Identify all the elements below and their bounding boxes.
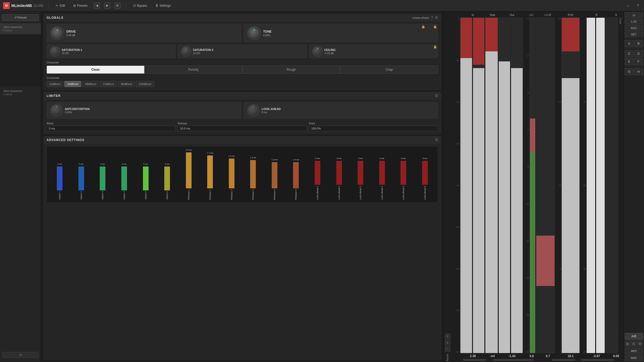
scrollbar-out[interactable] [490,359,548,361]
bar-item: 1.3 msRelease 5 [264,162,285,200]
look-ahead-knob[interactable] [247,104,260,117]
icon3-button[interactable]: ⚙ [637,340,643,347]
out-left-fill [499,61,510,353]
globals-help-icon[interactable]: ? [431,16,433,20]
meter-main: ⏸ ● ? Bands In Side Out LU LU-R PLR R S [444,11,623,362]
letter-g-button[interactable]: G [625,68,634,75]
bar-item: 0 msAttack 5 [135,166,156,200]
grid-icon: ⊞ [73,4,76,7]
nav-grid-button[interactable]: ⊞ [114,3,121,9]
bar-item: 1.9 msRelease 1 [178,152,199,200]
r-left-fill [587,18,595,353]
lock-icon-1[interactable]: 🔓 [421,25,425,29]
advanced-menu-icon[interactable]: ☰ [435,138,438,142]
letter-a-button[interactable]: A [625,40,634,47]
anti-dist-knob[interactable] [50,104,63,117]
plr-area: 20 15 10 5 0 [555,17,580,353]
knee-field: Knee 100.0% [309,122,438,131]
ceiling-knob[interactable] [312,46,323,57]
char-crisp-button[interactable]: Crisp [340,66,438,74]
sat1-value: 10.0% [62,52,82,55]
icon2-button[interactable]: ⊟ [631,340,637,347]
letter-d-button[interactable]: D [634,50,643,57]
sidebar-canvas [0,35,41,86]
drive-group: DRIVE 0.00 dB [47,24,241,42]
scrollbar-plr[interactable] [549,359,578,361]
bar-item: 1.4 msRelease 4 [243,160,264,200]
attack-field: Attack 0 ms [47,122,176,131]
lock-icon-3[interactable]: 🔓 [433,45,437,49]
midi-button[interactable]: MIDI [625,348,643,354]
nav-prev-button[interactable]: ◀ [94,3,100,9]
letter-f-button[interactable]: F [634,58,643,65]
meter-pause-button[interactable]: ⏸ [445,333,450,339]
ab-compare-button[interactable]: A/B [625,333,643,340]
linear-phase-label[interactable]: Linear-phase [413,16,429,19]
icon1-button[interactable]: ⊞ [625,340,630,347]
sat2-knob[interactable] [181,46,191,57]
meter-headers: In Side Out LU LU-R PLR R S [452,13,622,16]
tone-knob[interactable] [247,26,261,40]
help-button[interactable]: ? [635,3,641,8]
wav-button[interactable]: WAV [625,355,643,361]
char-rough-button[interactable]: Rough [242,66,340,74]
in-left-meter [460,17,472,353]
globals-header: GLOBALS Linear-phase ? ☰ [44,14,441,21]
preset1-name: Ultra maximizer [3,25,38,29]
s-meter [605,17,618,353]
char-clean-button[interactable]: Clean [47,66,144,74]
char-punchy-button[interactable]: Punchy [144,66,242,74]
meter-panel: ⏸ ● ? Bands In Side Out LU LU-R PLR R S [443,11,623,362]
release-input[interactable]: 10.0 ms [178,126,307,131]
scrollbar-out-thumb [493,359,534,361]
sidebar-bottom-button[interactable]: ⊡ [2,352,39,358]
settings-button[interactable]: 🎛 Settings [153,3,173,8]
lr-button[interactable]: L+R [625,19,643,24]
reload-button[interactable]: ↺ Reload [2,14,39,21]
cross-96-button[interactable]: 96dB/oct [118,81,135,87]
letter-e-button[interactable]: E [625,58,634,65]
cross-12-button[interactable]: 12dB/oct [47,81,63,87]
ceiling-value: -0.25 dB [324,52,336,55]
bar-item: 1.5 msRelease 3 [221,159,242,200]
bypass-icon: ⊡ [133,4,136,7]
meter-columns-container: In Side Out LU LU-R PLR R S 0 -10 -20 [451,11,623,362]
scrollbar-r[interactable] [579,359,622,361]
globals-menu-icon[interactable]: ☰ [435,16,438,20]
letter-b-button[interactable]: B [634,40,643,47]
edit-button[interactable]: ✏ Edit [54,3,67,8]
bypass-button[interactable]: ⊡ Bypass [131,3,149,8]
crossover-section: Crossover 12dB/oct 24dB/oct 48dB/oct 72d… [47,76,438,87]
letter-h-button[interactable]: H [634,68,643,75]
sidebar-preset-1[interactable]: Ultra maximizer 6 bands [0,23,41,34]
limiter-section: LIMITER ☰ ANTI-DISTORTION 0.00% [44,92,441,134]
knee-input[interactable]: 100.0% [309,126,438,131]
meter-out-header: Out [499,13,525,16]
cross-24-button[interactable]: 24dB/oct [64,81,81,87]
globals-title: GLOBALS [47,16,64,20]
presets-button[interactable]: ⊞ Presets [71,3,90,8]
attack-input[interactable]: 0 ms [47,126,176,131]
lock-icon-2[interactable]: 🔓 [433,25,437,29]
scrollbar-in[interactable] [460,359,489,361]
knee-label: Knee [309,122,438,125]
cross-72-button[interactable]: 72dB/oct [100,81,117,87]
home-button[interactable]: ⌂ [625,3,631,8]
sat2-value: 10.0% [193,52,213,55]
bar-item: 1.3 msRelease 6 [286,162,306,200]
sat1-knob[interactable] [50,46,60,57]
cross-48-button[interactable]: 48dB/oct [82,81,99,87]
cross-120-button[interactable]: 120dB/oct [136,81,154,87]
sidebar-preset-2[interactable]: Ultra maximizer 3 bands [0,87,41,98]
nav-next-button[interactable]: ▶ [104,3,110,9]
zoom-button[interactable]: 1x [625,12,643,18]
meter-rec-button[interactable]: ● [445,340,450,346]
drive-knob[interactable] [50,26,64,40]
limiter-menu-icon[interactable]: ☰ [435,94,438,98]
agc-button[interactable]: AGC [625,25,643,31]
far-right-panel: 1x L+R AGC SET A B C D E F G H A/B ⊞ ⊟ ⚙ [623,11,644,362]
tone-value: 0.00% [263,34,272,37]
set-button[interactable]: SET [625,32,643,37]
meter-help-button[interactable]: ? [445,346,450,352]
letter-c-button[interactable]: C [625,50,634,57]
